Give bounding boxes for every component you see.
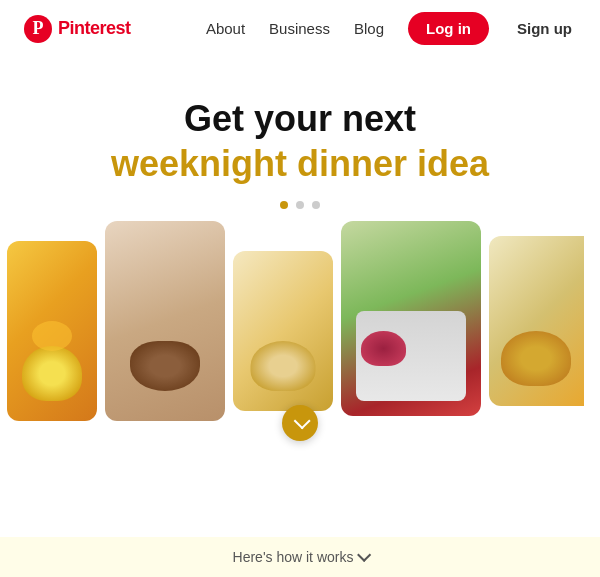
hero-title-line1: Get your next — [184, 97, 416, 140]
food-image-3 — [233, 251, 333, 411]
nav-blog[interactable]: Blog — [354, 20, 384, 37]
pinterest-logo-icon: P — [24, 15, 52, 43]
carousel-dots — [280, 201, 320, 209]
food-image-row — [0, 221, 600, 451]
dot-1[interactable] — [280, 201, 288, 209]
logo-text: Pinterest — [58, 18, 131, 39]
logo[interactable]: P Pinterest — [24, 15, 131, 43]
food-image-4 — [341, 221, 481, 416]
dot-3[interactable] — [312, 201, 320, 209]
nav-about[interactable]: About — [206, 20, 245, 37]
scroll-down-button[interactable] — [282, 405, 318, 441]
dot-2[interactable] — [296, 201, 304, 209]
site-header: P Pinterest About Business Blog Log in S… — [0, 0, 600, 57]
food-image-1 — [7, 241, 97, 421]
hero-title-line2: weeknight dinner idea — [111, 142, 489, 185]
main-nav: About Business Blog Log in Sign up — [206, 12, 576, 45]
login-button[interactable]: Log in — [408, 12, 489, 45]
nav-business[interactable]: Business — [269, 20, 330, 37]
food-image-5 — [489, 236, 584, 406]
how-it-works-text: Here's how it works — [233, 549, 354, 565]
food-image-2 — [105, 221, 225, 421]
how-it-works-bar[interactable]: Here's how it works — [0, 537, 600, 577]
signup-button[interactable]: Sign up — [513, 12, 576, 45]
hero-section: Get your next weeknight dinner idea — [0, 57, 600, 451]
chevron-down-icon — [358, 548, 372, 562]
